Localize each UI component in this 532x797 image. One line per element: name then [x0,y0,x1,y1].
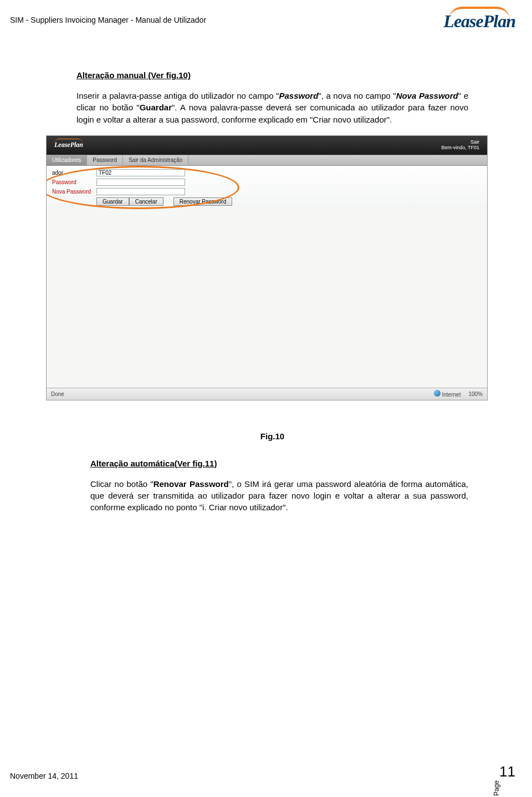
footer-date: November 14, 2011 [10,771,78,780]
page-number: Page11 [485,763,515,780]
figure-caption: Fig.10 [76,432,468,441]
password-input[interactable] [96,179,185,186]
new-password-input[interactable] [96,188,185,195]
browser-statusbar: Done Internet 100% [47,388,487,400]
password-form: ador Password Nova Password Guardar Canc… [47,166,487,208]
password-label: Password [52,179,96,185]
leaseplan-logo: LeasePlan [443,8,515,32]
doc-header-title: SIM - Suppliers Invoicing Manager - Manu… [10,16,206,24]
page-content: Alteração manual (Ver fig.10) Inserir a … [0,36,532,514]
section-heading-auto: Alteração automática(Ver fig.11) [90,459,468,468]
renovar-password-button[interactable]: Renovar Password [173,197,232,206]
paragraph-section1: Inserir a palavra-passe antiga do utiliz… [76,90,468,125]
tab-sair-admin[interactable]: Sair da Administração [123,155,188,165]
logo-arc-icon [449,7,510,20]
cancelar-button[interactable]: Cancelar [129,197,163,206]
doc-header: SIM - Suppliers Invoicing Manager - Manu… [0,0,532,36]
admin-tabs: Utilizadores Password Sair da Administra… [47,155,487,166]
zone-indicator: Internet [434,390,461,398]
user-info: Sair Bem-vindo, TF01 [441,140,479,151]
embedded-screenshot: LeasePlan Sair Bem-vindo, TF01 Utilizado… [46,135,488,400]
app-logo: LeasePlan [54,141,83,149]
section-heading-manual: Alteração manual (Ver fig.10) [76,70,468,80]
user-input[interactable] [96,169,185,176]
app-topbar: LeasePlan Sair Bem-vindo, TF01 [47,136,487,155]
page-footer: November 14, 2011 Page11 [10,763,515,780]
status-done-label: Done [51,391,64,397]
tab-password[interactable]: Password [87,155,123,165]
paragraph-section2: Clicar no botão "Renovar Password", o SI… [90,478,468,514]
app-logo-arc-icon [54,139,83,144]
guardar-button[interactable]: Guardar [96,197,129,206]
welcome-label: Bem-vindo, TF01 [441,145,479,151]
new-password-label: Nova Password [52,189,96,195]
globe-icon [434,390,441,397]
user-label: ador [52,170,96,176]
zoom-level: 100% [468,391,483,397]
tab-utilizadores[interactable]: Utilizadores [47,155,87,165]
